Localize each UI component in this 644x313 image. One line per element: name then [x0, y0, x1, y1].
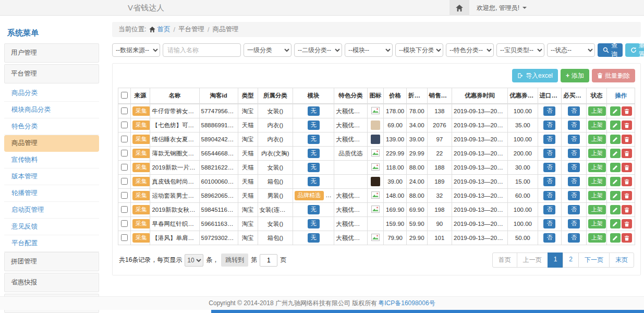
- status-toggle[interactable]: 上架: [588, 219, 606, 228]
- jump-page-input[interactable]: [260, 254, 277, 267]
- pager-item-0[interactable]: 首页: [492, 252, 517, 268]
- delete-button[interactable]: [622, 135, 632, 144]
- edit-button[interactable]: [610, 233, 621, 243]
- sidebar-item-1[interactable]: 平台管理: [4, 64, 99, 83]
- edit-button[interactable]: [610, 191, 621, 200]
- delete-button[interactable]: [622, 205, 632, 214]
- user-menu[interactable]: 欢迎您, 管理员!: [469, 0, 534, 16]
- edit-button[interactable]: [610, 149, 621, 158]
- status-toggle[interactable]: 上架: [588, 121, 606, 129]
- import-select-toggle[interactable]: 否: [543, 121, 555, 129]
- per-page-select[interactable]: 10: [185, 254, 203, 267]
- sidebar-item-3[interactable]: 模块商品分类: [4, 102, 99, 118]
- delete-button[interactable]: [622, 177, 632, 186]
- delete-button[interactable]: [622, 106, 632, 116]
- must-buy-toggle[interactable]: 否: [568, 121, 580, 129]
- edit-button[interactable]: [610, 177, 621, 186]
- sidebar-item-8[interactable]: 轮播管理: [4, 185, 99, 202]
- home-button[interactable]: [449, 0, 469, 16]
- status-toggle[interactable]: 上架: [588, 135, 606, 143]
- import-select-toggle[interactable]: 否: [543, 106, 555, 115]
- import-select-toggle[interactable]: 否: [543, 205, 555, 214]
- edit-button[interactable]: [610, 163, 621, 172]
- row-checkbox[interactable]: [121, 220, 128, 227]
- delete-button[interactable]: [622, 163, 632, 172]
- row-checkbox[interactable]: [121, 164, 128, 171]
- must-buy-toggle[interactable]: 否: [568, 135, 580, 143]
- import-select-toggle[interactable]: 否: [543, 233, 555, 242]
- row-checkbox[interactable]: [121, 107, 128, 114]
- pager-item-5[interactable]: 末页: [609, 252, 634, 268]
- edit-button[interactable]: [610, 219, 621, 228]
- import-select-toggle[interactable]: 否: [543, 177, 555, 186]
- row-checkbox[interactable]: [121, 150, 128, 156]
- icp-link[interactable]: 粤ICP备16098006号: [378, 299, 435, 308]
- row-checkbox[interactable]: [121, 178, 128, 185]
- filter-select-5[interactable]: --模块下分类--: [395, 43, 443, 57]
- reset-button[interactable]: 重置: [625, 43, 644, 57]
- row-checkbox[interactable]: [121, 234, 128, 241]
- status-toggle[interactable]: 上架: [588, 205, 606, 214]
- must-buy-toggle[interactable]: 否: [568, 177, 580, 186]
- import-select-toggle[interactable]: 否: [543, 149, 555, 158]
- delete-button[interactable]: [622, 219, 632, 228]
- edit-button[interactable]: [610, 135, 621, 144]
- edit-button[interactable]: [610, 205, 621, 214]
- must-buy-toggle[interactable]: 否: [568, 163, 580, 172]
- sidebar-item-0[interactable]: 用户管理: [4, 43, 99, 63]
- delete-button[interactable]: [622, 121, 632, 130]
- pager-item-4[interactable]: 下一页: [578, 252, 610, 268]
- status-toggle[interactable]: 上架: [588, 149, 606, 158]
- status-toggle[interactable]: 上架: [588, 106, 606, 115]
- must-buy-toggle[interactable]: 否: [568, 205, 580, 214]
- jump-button[interactable]: 跳转到: [221, 254, 248, 267]
- filter-select-4[interactable]: --模块--: [345, 43, 393, 57]
- filter-select-6[interactable]: --特色分类--: [446, 43, 494, 57]
- delete-button[interactable]: [622, 191, 632, 200]
- pager-item-2[interactable]: 1: [548, 252, 564, 268]
- name-search-input[interactable]: [163, 43, 241, 57]
- sidebar-item-2[interactable]: 商品分类: [4, 85, 99, 102]
- row-checkbox[interactable]: [121, 192, 128, 199]
- edit-button[interactable]: [610, 106, 621, 116]
- filter-select-7[interactable]: --宝贝类型--: [496, 43, 544, 57]
- sidebar-item-11[interactable]: 平台配置: [4, 235, 99, 252]
- filter-select-3[interactable]: --二级分类--: [294, 43, 342, 57]
- sidebar-item-5[interactable]: 商品管理: [4, 135, 99, 152]
- must-buy-toggle[interactable]: 否: [568, 233, 580, 242]
- status-toggle[interactable]: 上架: [588, 163, 606, 172]
- import-select-toggle[interactable]: 否: [543, 191, 555, 200]
- sidebar-item-9[interactable]: 启动页管理: [4, 202, 99, 219]
- filter-select-2[interactable]: 一级分类: [244, 43, 291, 57]
- import-select-toggle[interactable]: 否: [543, 163, 555, 172]
- edit-button[interactable]: [610, 121, 621, 130]
- must-buy-toggle[interactable]: 否: [568, 106, 580, 115]
- batch-delete-button[interactable]: 批量删除: [592, 69, 635, 82]
- search-button[interactable]: 查询: [598, 43, 623, 57]
- pager-item-3[interactable]: 2: [563, 252, 579, 268]
- must-buy-toggle[interactable]: 否: [568, 149, 580, 158]
- sidebar-item-4[interactable]: 特色分类: [4, 118, 99, 135]
- sidebar-item-6[interactable]: 宣传物料: [4, 152, 99, 168]
- must-buy-toggle[interactable]: 否: [568, 219, 580, 228]
- status-toggle[interactable]: 上架: [588, 191, 606, 200]
- sidebar-item-13[interactable]: 省惠快报: [4, 273, 99, 292]
- delete-button[interactable]: [622, 233, 632, 243]
- status-toggle[interactable]: 上架: [588, 177, 606, 186]
- breadcrumb-home-link[interactable]: 首页: [149, 25, 170, 34]
- row-checkbox[interactable]: [121, 122, 128, 128]
- filter-select-8[interactable]: --状态--: [547, 43, 595, 57]
- import-excel-button[interactable]: 导入excel: [512, 69, 558, 82]
- row-checkbox[interactable]: [121, 206, 128, 213]
- sidebar-item-12[interactable]: 拼团管理: [4, 252, 99, 271]
- add-button[interactable]: + 添加: [561, 69, 589, 82]
- status-toggle[interactable]: 上架: [588, 233, 606, 242]
- select-all-checkbox[interactable]: [121, 92, 128, 99]
- import-select-toggle[interactable]: 否: [543, 135, 555, 143]
- delete-button[interactable]: [622, 149, 632, 158]
- import-select-toggle[interactable]: 否: [543, 219, 555, 228]
- must-buy-toggle[interactable]: 否: [568, 191, 580, 200]
- pager-item-1[interactable]: 上一页: [517, 252, 548, 268]
- sidebar-item-7[interactable]: 版本管理: [4, 168, 99, 185]
- row-checkbox[interactable]: [121, 136, 128, 142]
